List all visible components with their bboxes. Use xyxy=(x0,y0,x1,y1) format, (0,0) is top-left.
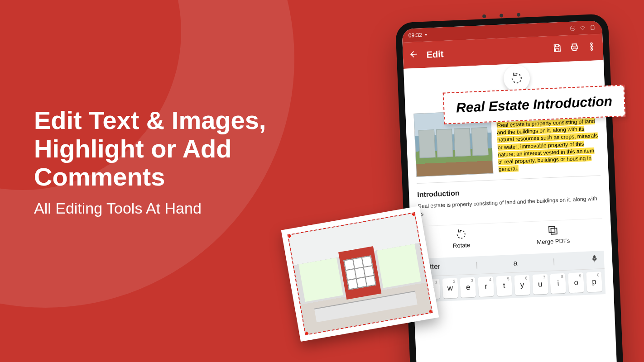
key-u[interactable]: u7 xyxy=(532,274,548,294)
selected-office-image[interactable] xyxy=(288,212,433,335)
undo-icon xyxy=(509,71,524,85)
bottom-tool-row: Rotate Merge PDFs xyxy=(418,218,603,254)
save-button[interactable] xyxy=(552,43,562,55)
soft-keyboard: etter | a | q1w2e3r4t5y6u7i8o9p0 xyxy=(420,251,606,302)
key-i[interactable]: i8 xyxy=(550,273,567,293)
key-p[interactable]: p0 xyxy=(586,272,602,292)
merge-tool[interactable]: Merge PDFs xyxy=(536,224,570,245)
battery-icon xyxy=(589,24,596,31)
svg-rect-5 xyxy=(551,228,557,234)
merge-label: Merge PDFs xyxy=(537,237,570,245)
do-not-disturb-icon xyxy=(569,25,576,32)
section2-body[interactable]: Real estate is property consisting of la… xyxy=(418,195,602,218)
hero-subhead: All Editing Tools At Hand xyxy=(34,200,351,217)
merge-icon xyxy=(547,224,559,236)
key-o[interactable]: o9 xyxy=(568,272,584,293)
print-icon xyxy=(569,42,580,52)
mic-icon xyxy=(590,255,599,263)
key-y[interactable]: y6 xyxy=(514,275,530,295)
hero-text: Edit Text & Images, Highlight or Add Com… xyxy=(34,106,351,217)
print-button[interactable] xyxy=(569,42,580,54)
appbar-title: Edit xyxy=(426,49,444,60)
svg-rect-4 xyxy=(549,226,555,233)
rotate-tool[interactable]: Rotate xyxy=(452,228,470,249)
status-time: 09:32 xyxy=(409,32,423,38)
save-icon xyxy=(552,43,562,53)
key-e[interactable]: e3 xyxy=(460,277,476,297)
overflow-button[interactable] xyxy=(586,41,597,54)
voice-input-button[interactable] xyxy=(590,255,599,265)
wifi-icon xyxy=(579,24,586,31)
more-vert-icon xyxy=(586,41,597,52)
resize-handle-br[interactable] xyxy=(428,309,433,315)
svg-point-1 xyxy=(591,43,592,44)
title-callout-text: Real Estate Introduction xyxy=(456,93,612,115)
svg-point-3 xyxy=(591,48,593,50)
highlight-mark: Real estate is property consisting of la… xyxy=(496,118,598,172)
svg-point-2 xyxy=(591,45,592,47)
key-t[interactable]: t5 xyxy=(496,276,512,296)
hero-headline: Edit Text & Images, Highlight or Add Com… xyxy=(34,106,351,191)
key-w[interactable]: w2 xyxy=(442,278,458,298)
phone-notch xyxy=(482,13,520,19)
rotate-label: Rotate xyxy=(453,242,471,249)
rotate-icon xyxy=(455,228,467,240)
suggestion-2[interactable]: a xyxy=(513,259,518,267)
key-r[interactable]: r4 xyxy=(478,276,495,296)
back-button[interactable] xyxy=(409,49,419,62)
arrow-left-icon xyxy=(409,49,419,59)
floating-image-selection[interactable] xyxy=(281,206,439,342)
highlighted-paragraph[interactable]: Real estate is property consisting of la… xyxy=(496,117,600,173)
